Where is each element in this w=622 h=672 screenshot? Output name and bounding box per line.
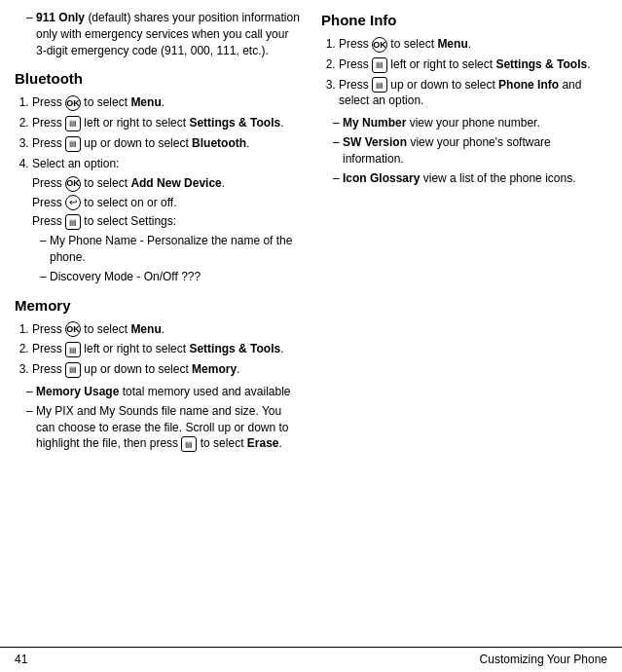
step3-bold: Bluetooth xyxy=(192,136,246,150)
nav-icon-pi2: ▤ xyxy=(372,57,387,73)
step1-press: Press OK to select Menu. xyxy=(32,95,165,109)
bluetooth-steps: Press OK to select Menu. Press ▤ left or… xyxy=(15,94,302,284)
right-column: Phone Info Press OK to select Menu. Pres… xyxy=(311,10,622,647)
step4-text: Select an option: xyxy=(32,157,119,170)
pistep2-bold: Settings & Tools xyxy=(495,57,587,71)
mstep3-bold: Memory xyxy=(192,362,237,376)
nav-icon-pi3: ▤ xyxy=(372,77,387,93)
nav-icon-m3: ▤ xyxy=(65,362,81,378)
ok-icon-m1: OK xyxy=(65,321,81,337)
pi-bold-3: Icon Glossary xyxy=(343,171,420,185)
step2-bold: Settings & Tools xyxy=(189,116,280,130)
step1-bold: Menu xyxy=(130,95,161,109)
mem-text-2: My PIX and My Sounds file name and size.… xyxy=(36,404,288,451)
mstep3-text: Press ▤ up or down to select Memory. xyxy=(32,362,239,376)
bluetooth-sub-bullets: My Phone Name - Personalize the name of … xyxy=(32,233,302,284)
pistep1-text: Press OK to select Menu. xyxy=(339,37,471,51)
bluetooth-step-1: Press OK to select Menu. xyxy=(32,94,302,111)
memory-bullet-1: Memory Usage total memory used and avail… xyxy=(28,384,302,400)
ok-icon-1: OK xyxy=(65,95,81,111)
option-line-1: Press OK to select Add New Device. xyxy=(32,175,302,192)
memory-title: Memory xyxy=(15,295,302,316)
opt1-bold: Add New Device xyxy=(130,176,221,190)
ok-icon-pi1: OK xyxy=(372,37,387,53)
nav-icon-erase: ▤ xyxy=(181,436,197,452)
nav-icon-3: ▤ xyxy=(65,136,81,152)
mstep2-bold: Settings & Tools xyxy=(189,342,280,355)
bluetooth-step-2: Press ▤ left or right to select Settings… xyxy=(32,115,302,131)
phone-info-bullets: My Number view your phone number. SW Ver… xyxy=(321,115,607,186)
page-footer: 41 Customizing Your Phone xyxy=(0,647,622,672)
pi-bullet-3: Icon Glossary view a list of the phone i… xyxy=(335,170,607,187)
memory-step-2: Press ▤ left or right to select Settings… xyxy=(32,341,302,357)
intro-bold: 911 Only xyxy=(36,11,85,24)
phone-info-steps: Press OK to select Menu. Press ▤ left or… xyxy=(321,36,607,109)
pistep3-text: Press ▤ up or down to select Phone Info … xyxy=(339,78,581,108)
page-number: 41 xyxy=(15,652,27,668)
bluetooth-title: Bluetooth xyxy=(15,68,302,89)
intro-bullet-item: 911 Only (default) shares your position … xyxy=(28,10,302,58)
pi-step-2: Press ▤ left or right to select Settings… xyxy=(339,56,607,73)
page-container: 911 Only (default) shares your position … xyxy=(0,0,622,672)
main-content: 911 Only (default) shares your position … xyxy=(0,10,622,647)
mstep1-bold: Menu xyxy=(130,322,161,336)
memory-steps: Press OK to select Menu. Press ▤ left or… xyxy=(15,321,302,378)
nav-icon-opt3: ▤ xyxy=(65,214,81,230)
sub-bullet-1: My Phone Name - Personalize the name of … xyxy=(42,233,302,266)
memory-bullets: Memory Usage total memory used and avail… xyxy=(15,384,302,452)
footer-title: Customizing Your Phone xyxy=(480,652,607,668)
sub-bullet-2: Discovery Mode - On/Off ??? xyxy=(42,269,302,285)
erase-bold: Erase xyxy=(247,436,279,450)
ok-icon-opt1: OK xyxy=(65,176,81,192)
pi-step-1: Press OK to select Menu. xyxy=(339,36,607,53)
option-block: Press OK to select Add New Device. Press… xyxy=(32,175,302,285)
pi-step-3: Press ▤ up or down to select Phone Info … xyxy=(339,77,607,110)
bluetooth-step-3: Press ▤ up or down to select Bluetooth. xyxy=(32,135,302,152)
option-line-2: Press ↩ to select on or off. xyxy=(32,195,302,211)
bluetooth-step-4: Select an option: Press OK to select Add… xyxy=(32,156,302,285)
intro-bullets: 911 Only (default) shares your position … xyxy=(15,10,302,58)
nav-icon-2: ▤ xyxy=(65,116,81,131)
mem-bold-1: Memory Usage xyxy=(36,385,119,398)
pistep1-bold: Menu xyxy=(437,37,467,51)
option-line-3: Press ▤ to select Settings: xyxy=(32,213,302,230)
pi-bullet-2: SW Version view your phone's software in… xyxy=(335,134,607,168)
pistep3-bold: Phone Info xyxy=(498,78,559,92)
left-column: 911 Only (default) shares your position … xyxy=(0,10,311,647)
phone-info-title: Phone Info xyxy=(321,10,607,30)
memory-bullet-2: My PIX and My Sounds file name and size.… xyxy=(28,403,302,452)
mstep2-text: Press ▤ left or right to select Settings… xyxy=(32,342,284,355)
pi-text-1: view your phone number. xyxy=(410,116,540,130)
pi-bold-1: My Number xyxy=(343,116,406,130)
memory-step-1: Press OK to select Menu. xyxy=(32,321,302,338)
back-icon-opt2: ↩ xyxy=(65,195,81,210)
pi-bullet-1: My Number view your phone number. xyxy=(335,115,607,131)
memory-step-3: Press ▤ up or down to select Memory. xyxy=(32,361,302,378)
mem-text-1: total memory used and available xyxy=(123,385,291,398)
pi-bold-2: SW Version xyxy=(343,135,407,149)
step3-text: Press ▤ up or down to select Bluetooth. xyxy=(32,136,249,150)
step2-text: Press ▤ left or right to select Settings… xyxy=(32,116,284,130)
nav-icon-m2: ▤ xyxy=(65,342,81,357)
pistep2-text: Press ▤ left or right to select Settings… xyxy=(339,57,591,71)
pi-text-3: view a list of the phone icons. xyxy=(423,171,576,185)
mstep1-text: Press OK to select Menu. xyxy=(32,322,165,336)
